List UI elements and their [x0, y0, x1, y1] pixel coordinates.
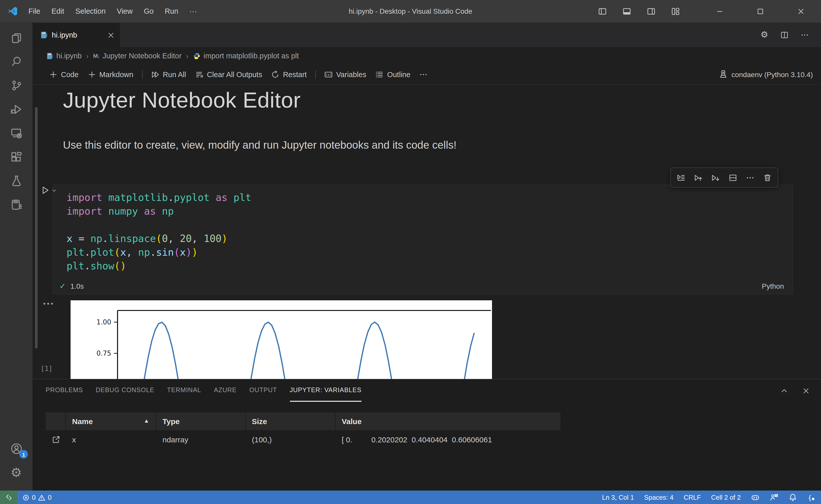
customize-layout-icon[interactable] [671, 7, 680, 15]
sidebar-item-run-and-debug[interactable] [0, 97, 32, 121]
run-all-icon [151, 70, 159, 78]
panel-tab-bar: PROBLEMSDEBUG CONSOLETERMINALAZUREOUTPUT… [32, 379, 821, 402]
status-indentation[interactable]: Spaces: 4 [639, 491, 679, 504]
panel-tab-problems[interactable]: PROBLEMS [46, 379, 83, 402]
tab-hi-ipynb[interactable]: hi.ipynb [32, 23, 120, 47]
menu-go[interactable]: Go [138, 7, 159, 15]
notebook-icon [10, 199, 22, 211]
split-editor-icon[interactable] [780, 31, 789, 39]
execute-cell-and-below-icon[interactable] [711, 173, 720, 182]
breadcrumb-item[interactable]: hi.ipynb [46, 52, 82, 60]
breadcrumb-item[interactable]: import matplotlib.pyplot as plt [193, 52, 299, 60]
column-header-value[interactable]: Value [336, 412, 561, 430]
column-header-type[interactable]: Type [156, 412, 246, 430]
toggle-primary-sidebar-icon[interactable] [598, 7, 607, 15]
notebook-layout-settings-icon[interactable]: ⚙ [761, 30, 768, 40]
panel-tab-debug-console[interactable]: DEBUG CONSOLE [96, 379, 154, 402]
sidebar-item-source-control[interactable] [0, 74, 32, 97]
close-button[interactable] [780, 0, 821, 23]
language-status-icon[interactable]: { [802, 491, 821, 504]
panel-tab-jupyter-variables[interactable]: JUPYTER: VARIABLES [290, 379, 362, 402]
notifications-icon[interactable] [783, 491, 802, 504]
clear-all-outputs-button[interactable]: Clear All Outputs [190, 64, 267, 84]
minimize-button[interactable] [699, 0, 740, 23]
maximize-panel-icon[interactable] [780, 387, 788, 394]
remote-indicator[interactable] [0, 491, 17, 504]
add-icon [88, 70, 96, 78]
activity-bar: 1⚙ [0, 23, 32, 491]
variables-button[interactable]: (x)Variables [320, 64, 371, 84]
run-all-button[interactable]: Run All [146, 64, 190, 84]
variable-row[interactable]: xndarray(100,)[ 0. 0.2020202 0.4040404 0… [46, 430, 561, 448]
sine-plot: 1.000.75 [71, 300, 492, 379]
delete-cell-icon[interactable] [763, 173, 772, 182]
panel-tab-azure[interactable]: AZURE [214, 379, 237, 402]
maximize-button[interactable] [740, 0, 780, 23]
sidebar-item-manage-settings[interactable]: ⚙ [0, 461, 32, 484]
menu-view[interactable]: View [111, 7, 138, 15]
split-cell-icon[interactable] [729, 173, 737, 182]
column-header-size[interactable]: Size [246, 412, 336, 430]
sidebar-item-remote-explorer[interactable] [0, 121, 32, 145]
panel-tab-output[interactable]: OUTPUT [249, 379, 277, 402]
cell-language[interactable]: Python [762, 282, 784, 290]
breadcrumb-item[interactable]: M↓Jupyter Notebook Editor [93, 52, 181, 60]
tab-close-icon[interactable] [107, 31, 115, 39]
markdown-icon: M↓ [93, 53, 99, 59]
cell-toolbar [670, 167, 778, 188]
notebook-scrollbar[interactable] [35, 107, 38, 349]
editor-tab-bar: hi.ipynb ⚙ [32, 23, 821, 47]
column-header-name[interactable]: Name [66, 412, 156, 430]
menu-selection[interactable]: Selection [70, 7, 111, 15]
copilot-icon[interactable] [746, 491, 765, 504]
sidebar-item-accounts[interactable]: 1 [0, 437, 32, 461]
output-menu-icon[interactable]: ••• [43, 300, 55, 307]
feedback-icon[interactable] [765, 491, 783, 504]
execute-row-icon[interactable] [677, 173, 686, 182]
warning-count: 0 [48, 494, 51, 501]
sidebar-item-explorer[interactable] [0, 26, 32, 50]
toggle-secondary-sidebar-icon[interactable] [647, 7, 656, 15]
execution-count: [1] [41, 365, 53, 372]
restart-icon [271, 70, 280, 78]
add-code-cell-button[interactable]: Code [45, 64, 83, 84]
table-header: NameTypeSizeValue [46, 412, 561, 430]
problems-status[interactable]: 0 0 [17, 491, 57, 504]
status-cell-indicator[interactable]: Cell 2 of 2 [706, 491, 746, 504]
menu-file[interactable]: File [23, 7, 46, 15]
account-badge: 1 [19, 450, 28, 459]
variable-type: ndarray [156, 430, 246, 448]
gear-icon: ⚙ [11, 466, 22, 479]
sidebar-item-notebook[interactable] [0, 193, 32, 217]
code-line: import matplotlib.pyplot as plt [66, 191, 793, 204]
more-cell-actions-icon[interactable] [746, 173, 755, 182]
menu-run[interactable]: Run [159, 7, 184, 15]
jupyter-variables-table: NameTypeSizeValue xndarray(100,)[ 0. 0.2… [46, 412, 561, 448]
add-markdown-cell-button[interactable]: Markdown [83, 64, 138, 84]
outline-button[interactable]: Outline [371, 64, 415, 84]
tab-label: hi.ipynb [52, 31, 77, 39]
status-end-of-line[interactable]: CRLF [679, 491, 706, 504]
panel-tab-terminal[interactable]: TERMINAL [167, 379, 201, 402]
menu-[interactable]: ··· [184, 7, 202, 15]
code-cell[interactable]: import matplotlib.pyplot as pltimport nu… [53, 185, 793, 294]
open-variable-icon[interactable] [51, 435, 60, 444]
markdown-heading: Jupyter Notebook Editor [63, 88, 301, 113]
run-cell-button[interactable] [41, 186, 57, 195]
menu-edit[interactable]: Edit [46, 7, 70, 15]
notebook-toolbar: CodeMarkdownRun AllClear All OutputsRest… [32, 64, 821, 85]
breadcrumb: hi.ipynb›M↓Jupyter Notebook Editor›impor… [32, 47, 821, 64]
more-notebook-actions-button[interactable] [415, 64, 432, 84]
status-cursor-position[interactable]: Ln 3, Col 1 [597, 491, 639, 504]
close-panel-icon[interactable] [802, 387, 810, 394]
toggle-panel-icon[interactable] [623, 7, 631, 15]
sidebar-item-search[interactable] [0, 50, 32, 74]
kernel-picker[interactable]: condaenv (Python 3.10.4) [719, 70, 813, 79]
code-editor[interactable]: import matplotlib.pyplot as pltimport nu… [53, 185, 793, 273]
sidebar-item-extensions[interactable] [0, 145, 32, 169]
restart-kernel-button[interactable]: Restart [267, 64, 312, 84]
more-editor-actions-icon[interactable] [801, 31, 809, 39]
execute-above-cells-icon[interactable] [694, 173, 703, 182]
sidebar-item-testing[interactable] [0, 169, 32, 193]
error-count: 0 [32, 494, 36, 501]
